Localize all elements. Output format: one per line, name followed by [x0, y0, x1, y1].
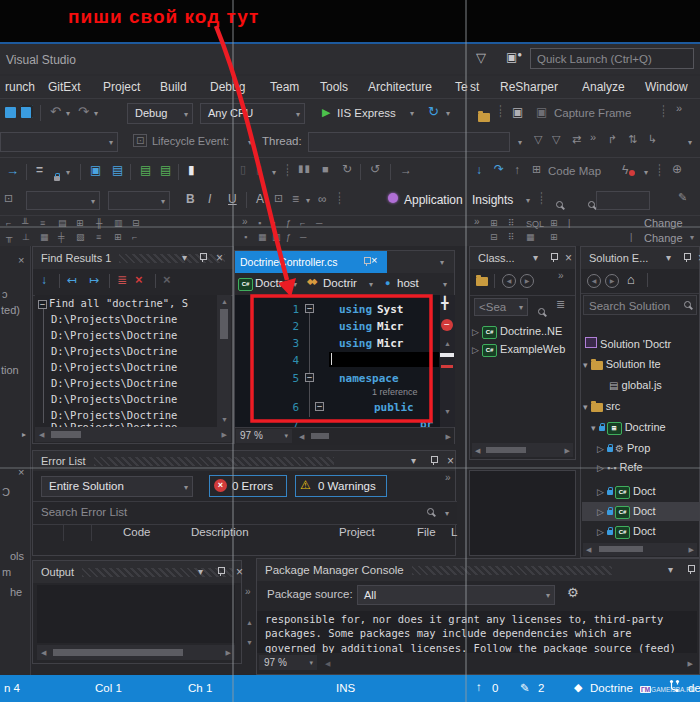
script2-icon[interactable]: ▤: [160, 163, 171, 177]
class-search-dropdown[interactable]: <Sea▾: [474, 298, 528, 316]
mini-icon[interactable]: ▧: [76, 232, 85, 242]
doc-icon[interactable]: ▤: [112, 163, 123, 177]
home-icon[interactable]: ⌂: [627, 272, 635, 287]
step-icon[interactable]: ⇅: [628, 133, 637, 146]
thread-overflow-dropdown[interactable]: ▾: [518, 138, 696, 147]
font-color-icon[interactable]: A: [256, 192, 264, 206]
run-target-label[interactable]: IIS Express: [337, 107, 396, 119]
package-icon[interactable]: [478, 113, 490, 122]
search-dropdown[interactable]: ▾: [445, 509, 449, 518]
pin-icon[interactable]: [550, 253, 558, 262]
menu-item[interactable]: Debug: [210, 80, 245, 94]
pmc-scroll-right-icon[interactable]: ▶: [688, 659, 693, 669]
new-folder-icon[interactable]: [476, 277, 488, 286]
bc3-dropdown[interactable]: ▾: [443, 280, 450, 289]
scope-dropdown[interactable]: Entire Solution▾: [41, 476, 193, 497]
search-icon[interactable]: [538, 308, 546, 316]
pin-icon[interactable]: [687, 565, 695, 574]
find-result-row[interactable]: D:\Projects\Doctrine: [51, 345, 177, 357]
menu-item[interactable]: Analyze: [582, 80, 625, 94]
run-icon[interactable]: ▶: [322, 106, 330, 119]
search-icon[interactable]: [427, 508, 435, 516]
pmc-console-text[interactable]: responsible for, nor does it grant any l…: [257, 611, 697, 653]
delete-icon[interactable]: ×: [135, 272, 143, 287]
menu-item[interactable]: GitExt: [48, 80, 81, 94]
codelens-row[interactable]: 1 reference: [372, 387, 418, 397]
branch-icon[interactable]: [668, 679, 681, 695]
lock-icon[interactable]: [54, 176, 60, 181]
zoom-pct-dropdown[interactable]: [596, 191, 650, 210]
tab-close-icon[interactable]: ×: [371, 254, 377, 266]
global-json-row[interactable]: ▤ global.js: [609, 379, 662, 391]
column-line[interactable]: L: [451, 526, 457, 538]
find-vscrollbar[interactable]: ▲▼: [217, 295, 231, 427]
filter-icon[interactable]: ▽: [534, 133, 542, 146]
find-result-row[interactable]: D:\Projects\Doctrine: [51, 329, 177, 341]
package-source-dropdown[interactable]: All▾: [357, 585, 555, 605]
mini-icon[interactable]: ⊥: [22, 232, 30, 242]
find-summary-row[interactable]: −Find all "doctrine", S: [38, 297, 188, 309]
next-result-icon[interactable]: ↦: [89, 273, 99, 287]
find-results-titlebar[interactable]: Find Results 1 ▾ ×: [33, 247, 233, 269]
step-out-icon[interactable]: ↱: [608, 133, 617, 146]
resharper-icon[interactable]: ϟ: [622, 163, 628, 177]
mini-icon[interactable]: ▦: [40, 232, 49, 242]
warnings-button[interactable]: ⚠ 0 Warnings: [295, 475, 387, 497]
pull-arrow-icon[interactable]: ↑: [476, 681, 482, 693]
window-position-dropdown[interactable]: ▾: [182, 247, 187, 269]
zoom-in-icon[interactable]: ⊕: [672, 162, 682, 176]
collapse-icon[interactable]: −: [38, 300, 47, 309]
column-description[interactable]: Description: [191, 526, 249, 538]
column-code[interactable]: Code: [123, 526, 151, 538]
overflow-icon[interactable]: »: [245, 586, 251, 597]
close-icon[interactable]: ×: [216, 247, 223, 269]
scroll-down-icon[interactable]: ▼: [444, 407, 451, 417]
pin-icon[interactable]: [199, 253, 207, 262]
menu-item[interactable]: Team: [270, 80, 299, 94]
menu-item[interactable]: st: [470, 80, 479, 94]
window-position-dropdown[interactable]: ▾: [533, 247, 538, 269]
solution-explorer-titlebar[interactable]: Solution E... ▾ ×: [581, 247, 699, 269]
column-file[interactable]: File: [417, 526, 436, 538]
change-label[interactable]: Change: [644, 232, 683, 244]
output-hscrollbar[interactable]: ◀▶: [37, 645, 235, 660]
menu-item[interactable]: runch: [5, 80, 35, 94]
push-icon[interactable]: ↑: [514, 163, 520, 177]
rs-dropdown[interactable]: ▾: [644, 168, 696, 177]
row2-overflow[interactable]: ▾: [688, 138, 696, 147]
cs-file-row[interactable]: ▷ C# Doct: [597, 525, 656, 539]
overflow-icon[interactable]: »: [445, 472, 451, 483]
mini-icon[interactable]: ⌐: [132, 232, 137, 242]
window-position-dropdown[interactable]: ▾: [668, 559, 673, 581]
scroll-up-icon[interactable]: ▲: [246, 618, 253, 628]
quick-launch-box[interactable]: Quick Launch (Ctrl+Q): [530, 48, 694, 69]
overflow-icon[interactable]: »: [676, 102, 682, 114]
change-dropdown[interactable]: ▾: [690, 233, 694, 242]
window-position-dropdown[interactable]: ▾: [198, 561, 203, 583]
mini-icon[interactable]: ─: [300, 232, 306, 242]
people-icon[interactable]: ▣●: [506, 50, 522, 64]
mini-icon[interactable]: ▦: [526, 232, 535, 242]
bookmark-icon[interactable]: ▮: [188, 163, 195, 177]
continue-icon[interactable]: →: [400, 163, 412, 177]
thread-dropdown[interactable]: [308, 132, 510, 152]
repo-icon[interactable]: ◆: [574, 681, 582, 694]
fold-icon[interactable]: −: [305, 304, 314, 313]
close-icon[interactable]: ×: [565, 247, 572, 269]
scroll-up-icon[interactable]: ▲: [444, 339, 451, 349]
find-result-row[interactable]: D:\Projects\Doctrine: [51, 377, 177, 389]
pmc-zoom-dropdown[interactable]: 97 %▾: [259, 655, 317, 670]
undo-icon[interactable]: ↶: [50, 104, 61, 119]
cs-file-row[interactable]: ▷ C# Doct: [597, 485, 656, 499]
class-view-titlebar[interactable]: Class... ▾ ×: [470, 247, 575, 269]
sync-icon[interactable]: ↷: [494, 162, 504, 176]
menu-item[interactable]: Project: [103, 80, 140, 94]
app-insights-label-1[interactable]: Application: [404, 193, 463, 207]
settings-list-icon[interactable]: ≣: [556, 298, 565, 311]
pin-icon[interactable]: [683, 253, 691, 262]
tab-doctrinecontroller[interactable]: DoctrineController.cs ×: [235, 251, 387, 273]
close-icon[interactable]: ×: [236, 561, 243, 583]
camera-icon[interactable]: ▣: [512, 105, 523, 119]
filter-off-icon[interactable]: ▽: [552, 133, 560, 146]
style-dropdown[interactable]: ▾: [26, 191, 100, 210]
